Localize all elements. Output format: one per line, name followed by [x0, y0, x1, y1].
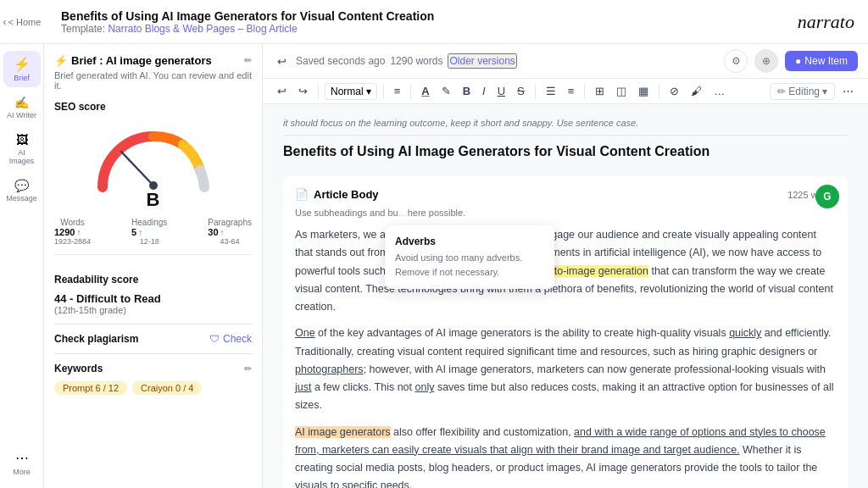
home-link[interactable]: ‹ < Home	[3, 16, 42, 28]
template-link-blogs[interactable]: Narrato Blogs & Web Pages	[108, 23, 235, 35]
edit-brief-icon[interactable]: ✏	[244, 55, 252, 66]
chevron-down-icon: ▾	[366, 86, 371, 97]
seo-stat-words: Words 1290↑ 1923-2884	[54, 218, 91, 246]
sidebar-item-message[interactable]: 💬 Message	[3, 174, 41, 208]
sidebar-item-ai-writer[interactable]: ✍ AI Writer	[3, 91, 41, 125]
lightning-icon: ⚡	[54, 54, 68, 67]
sidebar-label-ai-images: AI Images	[7, 148, 37, 165]
more-toolbar-button[interactable]: ⋯	[838, 82, 858, 100]
readability-sublabel: (12th-15th grade)	[54, 305, 252, 315]
plagiarism-title: Check plagiarism	[54, 333, 138, 345]
editor-outer-toolbar: ↩ Saved seconds ago 1290 words Older ver…	[263, 44, 868, 79]
document-title: Benefits of Using AI Image Generators fo…	[283, 144, 848, 159]
formatting-toolbar: ↩ ↪ Normal ▾ ≡ A ✎ B I U S ☰ ≡ ⊞ ◫ ▦ ⊘	[263, 79, 868, 104]
share-icon-circle[interactable]: ⊕	[754, 49, 778, 73]
seo-stat-paragraphs: Paragraphs 30↑ 43-64	[208, 218, 252, 246]
more-icon: ⋯	[15, 450, 29, 466]
sidebar-label-message: Message	[6, 194, 37, 202]
more-options-button[interactable]: …	[709, 82, 729, 100]
template-link-article[interactable]: Blog Article	[247, 23, 298, 35]
editing-dropdown[interactable]: ✏ Editing ▾	[770, 83, 835, 100]
adverbs-tooltip: Adverbs Avoid using too many adverbs. Re…	[385, 225, 554, 289]
sidebar-item-more[interactable]: ⋯ More	[3, 445, 41, 481]
saved-status: Saved seconds ago	[296, 55, 385, 67]
strikethrough-button[interactable]: S	[513, 82, 529, 100]
seo-gauge-chart	[86, 119, 221, 196]
font-color-button[interactable]: A	[417, 82, 433, 100]
readability-score: 44 - Difficult to Read	[54, 292, 252, 305]
highlight-button[interactable]: ✎	[437, 82, 455, 100]
undo-toolbar-icon[interactable]: ↩	[273, 53, 291, 70]
brief-icon: ⚡	[14, 56, 31, 72]
paragraph-2: One of the key advantages of AI image ge…	[295, 324, 836, 414]
message-icon: 💬	[14, 179, 29, 192]
edit-icon-toolbar: ✏	[777, 86, 786, 97]
seo-stat-headings: Headings 5↑ 12-18	[131, 218, 167, 246]
sidebar-label-ai-writer: AI Writer	[7, 111, 36, 119]
align-button[interactable]: ≡	[390, 82, 405, 100]
ai-images-icon: 🖼	[16, 133, 28, 147]
bold-button[interactable]: B	[459, 82, 475, 100]
page-title: Benefits of Using AI Image Generators fo…	[61, 9, 434, 23]
keyword-tag-craiyon[interactable]: Craiyon 0 / 4	[132, 381, 202, 395]
undo-button[interactable]: ↩	[273, 82, 291, 100]
paragraph-3: AI image generators also offer flexibili…	[295, 424, 836, 489]
plus-icon: ●	[795, 55, 801, 67]
clear-format-button[interactable]: ⊘	[665, 82, 683, 100]
svg-line-0	[121, 152, 153, 186]
tooltip-desc: Avoid using too many adverbs. Remove if …	[395, 251, 544, 279]
keyword-tag-prompt[interactable]: Prompt 6 / 12	[54, 381, 127, 395]
tooltip-title: Adverbs	[395, 236, 544, 247]
doc-icon: 📄	[295, 188, 309, 201]
sidebar-label-more: More	[13, 468, 31, 476]
article-body-desc: Use subheadings and bu…here possible.	[295, 208, 836, 218]
check-plagiarism-button[interactable]: 🛡 Check	[209, 333, 252, 345]
template-info: Template: Narrato Blogs & Web Pages – Bl…	[61, 23, 434, 35]
shield-icon: 🛡	[209, 333, 220, 345]
keywords-title: Keywords	[54, 363, 103, 374]
sidebar-label-brief: Brief	[14, 74, 30, 82]
link-button[interactable]: ⊞	[591, 82, 609, 100]
brush-button[interactable]: 🖌	[687, 82, 706, 100]
table-button[interactable]: ▦	[634, 82, 653, 100]
word-count-display: 1290 words	[390, 55, 442, 67]
ai-writer-icon: ✍	[14, 96, 29, 109]
seo-grade: B	[147, 189, 160, 211]
media-button[interactable]: ◫	[612, 82, 631, 100]
settings-icon-circle[interactable]: ⚙	[724, 49, 748, 73]
grammarly-icon[interactable]: G	[815, 185, 839, 208]
editor-panel: ↩ Saved seconds ago 1290 words Older ver…	[263, 44, 868, 488]
seo-score-title: SEO score	[54, 101, 252, 113]
edit-keywords-icon[interactable]: ✏	[244, 363, 252, 374]
underline-button[interactable]: U	[493, 82, 509, 100]
sidebar-item-ai-images[interactable]: 🖼 AI Images	[3, 128, 41, 170]
paragraphs-arrow: ↑	[220, 228, 225, 237]
sidebar-icons: ⚡ Brief ✍ AI Writer 🖼 AI Images 💬 Messag…	[0, 44, 44, 488]
paragraph-1: As marketers, we are constantly looking …	[295, 226, 836, 316]
left-panel: ⚡ Brief : AI image generators ✏ Brief ge…	[44, 44, 263, 488]
chevron-down-editing-icon: ▾	[822, 86, 827, 97]
article-body-title: 📄 Article Body	[295, 188, 379, 201]
redo-button[interactable]: ↪	[294, 82, 312, 100]
brief-subtitle: Brief generated with AI. You can review …	[54, 70, 252, 91]
ordered-list-button[interactable]: ≡	[564, 82, 579, 100]
words-arrow: ↑	[76, 228, 81, 237]
list-button[interactable]: ☰	[542, 82, 560, 100]
headings-arrow: ↑	[138, 228, 142, 237]
sidebar-item-brief[interactable]: ⚡ Brief	[3, 51, 41, 87]
editor-content[interactable]: it should focus on the learning outcome,…	[263, 104, 868, 488]
brief-title: ⚡ Brief : AI image generators	[54, 54, 212, 67]
new-item-button[interactable]: ● New Item	[785, 51, 858, 71]
readability-title: Readability score	[54, 274, 252, 286]
style-dropdown[interactable]: Normal ▾	[325, 83, 377, 100]
italic-button[interactable]: I	[478, 82, 490, 100]
hint-text: it should focus on the learning outcome,…	[283, 118, 848, 136]
older-versions-button[interactable]: Older versions	[448, 53, 516, 69]
chevron-left-icon: ‹	[3, 16, 7, 28]
narrato-logo: narrato	[798, 11, 854, 33]
